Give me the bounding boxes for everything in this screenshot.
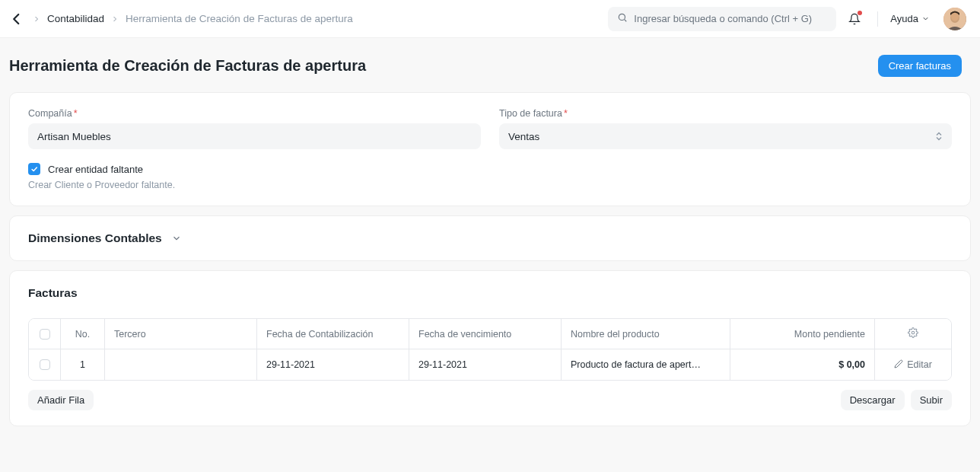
create-missing-checkbox-row[interactable]: Crear entidad faltante <box>28 163 952 175</box>
search-input[interactable] <box>634 13 827 24</box>
row-tercero[interactable] <box>105 349 257 380</box>
invoices-table: No. Tercero Fecha de Contabilización Fec… <box>28 318 952 381</box>
notification-dot <box>858 11 862 15</box>
invoice-type-label: Tipo de factura* <box>499 108 952 119</box>
search-box[interactable] <box>608 7 836 31</box>
row-fecha-cont[interactable]: 29-11-2021 <box>257 349 409 380</box>
svg-point-4 <box>951 12 959 21</box>
invoice-type-select[interactable]: Ventas <box>499 123 952 149</box>
col-settings[interactable] <box>875 319 951 349</box>
checkbox-checked-icon <box>28 163 40 175</box>
col-fecha-cont: Fecha de Contabilización <box>257 319 409 349</box>
form-card: Compañía* Artisan Muebles Tipo de factur… <box>9 92 971 206</box>
chevron-right-icon <box>32 14 41 24</box>
chevron-down-icon <box>921 14 930 23</box>
app-logo-icon[interactable] <box>9 11 24 27</box>
divider <box>877 11 878 27</box>
col-tercero: Tercero <box>105 319 257 349</box>
row-monto[interactable]: $ 0,00 <box>730 349 875 380</box>
svg-point-0 <box>619 14 625 20</box>
table-row[interactable]: 1 29-11-2021 29-11-2021 Producto de fact… <box>29 349 951 380</box>
select-caret-icon <box>935 132 943 141</box>
page-header: Herramienta de Creación de Facturas de a… <box>0 38 980 83</box>
top-bar: Contabilidad Herramienta de Creación de … <box>0 0 980 38</box>
col-producto: Nombre del producto <box>562 319 730 349</box>
search-icon <box>617 12 628 25</box>
create-missing-label: Crear entidad faltante <box>48 164 143 175</box>
dimensions-toggle[interactable]: Dimensiones Contables <box>10 216 970 260</box>
download-button[interactable]: Descargar <box>841 390 905 410</box>
edit-icon <box>894 359 903 371</box>
breadcrumb-app[interactable]: Contabilidad <box>47 13 104 24</box>
row-no: 1 <box>61 349 105 380</box>
select-all-checkbox[interactable] <box>29 319 61 349</box>
invoice-type-value: Ventas <box>508 131 539 142</box>
create-missing-help: Crear Cliente o Proveedor faltante. <box>28 180 952 190</box>
row-producto[interactable]: Producto de factura de apert… <box>562 349 730 380</box>
upload-button[interactable]: Subir <box>911 390 952 410</box>
col-no: No. <box>61 319 105 349</box>
svg-point-5 <box>912 331 915 334</box>
edit-label: Editar <box>907 359 932 370</box>
page-title: Herramienta de Creación de Facturas de a… <box>9 57 366 75</box>
company-field[interactable]: Artisan Muebles <box>28 123 481 149</box>
svg-line-1 <box>625 20 627 22</box>
company-value: Artisan Muebles <box>37 131 111 142</box>
invoices-title: Facturas <box>28 286 952 300</box>
row-edit[interactable]: Editar <box>875 349 951 380</box>
col-monto: Monto pendiente <box>730 319 875 349</box>
chevron-down-icon <box>171 233 182 244</box>
help-dropdown[interactable]: Ayuda <box>890 13 930 24</box>
gear-icon <box>908 327 918 340</box>
table-header-row: No. Tercero Fecha de Contabilización Fec… <box>29 319 951 349</box>
row-fecha-venc[interactable]: 29-11-2021 <box>409 349 562 380</box>
breadcrumb: Contabilidad Herramienta de Creación de … <box>32 13 353 24</box>
user-avatar[interactable] <box>943 8 966 30</box>
dimensions-card: Dimensiones Contables <box>9 215 971 261</box>
col-fecha-venc: Fecha de vencimiento <box>409 319 562 349</box>
row-checkbox[interactable] <box>29 349 61 380</box>
add-row-button[interactable]: Añadir Fila <box>28 390 94 410</box>
invoices-card: Facturas No. Tercero Fecha de Contabiliz… <box>9 270 971 426</box>
help-label: Ayuda <box>890 13 918 24</box>
company-label: Compañía* <box>28 108 481 119</box>
notifications-button[interactable] <box>844 8 865 30</box>
create-invoices-button[interactable]: Crear facturas <box>878 55 962 77</box>
chevron-right-icon <box>110 14 119 24</box>
table-actions: Añadir Fila Descargar Subir <box>28 390 952 410</box>
dimensions-title: Dimensiones Contables <box>28 231 162 245</box>
breadcrumb-page[interactable]: Herramienta de Creación de Facturas de a… <box>126 13 353 24</box>
